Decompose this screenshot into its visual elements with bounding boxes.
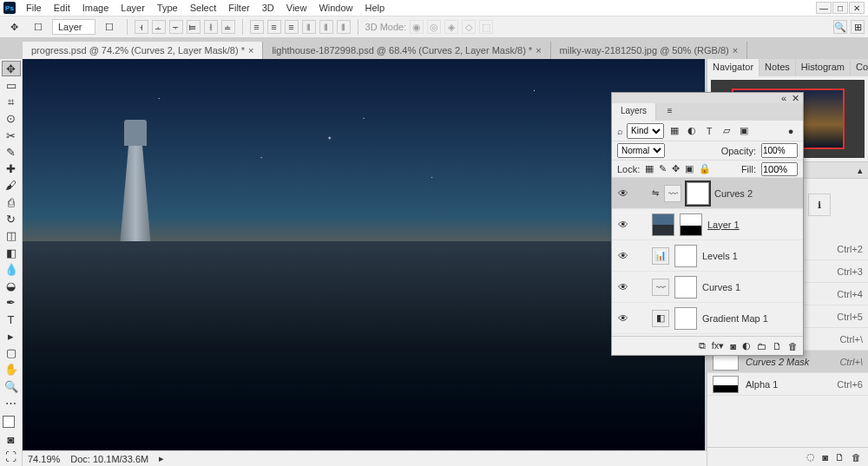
layer-row-layer1[interactable]: 👁 Layer 1: [612, 209, 803, 240]
layers-panel[interactable]: « ✕ Layers ≡ ⌕ Kind ▦ ◐ T ▱ ▣ ● Normal O…: [611, 92, 804, 356]
doc-info-arrow-icon[interactable]: ▸: [159, 453, 164, 464]
layer-name[interactable]: Layer 1: [707, 220, 740, 230]
menu-file[interactable]: File: [21, 1, 47, 15]
hand-tool[interactable]: ✋: [2, 362, 21, 377]
zoom-level[interactable]: 74.19%: [28, 454, 60, 464]
gradient-tool[interactable]: ◧: [2, 245, 21, 260]
mask-thumb[interactable]: [674, 307, 697, 330]
fx-icon[interactable]: fx▾: [712, 340, 725, 351]
filter-smart-icon[interactable]: ▣: [737, 124, 751, 138]
distribute-vcenter-icon[interactable]: ≡: [267, 20, 281, 34]
mask-thumb[interactable]: [674, 276, 697, 299]
trash-icon[interactable]: 🗑: [852, 452, 861, 463]
3d-icon-3[interactable]: ◈: [444, 20, 458, 34]
path-select-tool[interactable]: ▸: [2, 328, 21, 344]
align-vcenter-icon[interactable]: ⫲: [204, 20, 218, 34]
marquee-tool[interactable]: ▭: [2, 77, 21, 93]
tab-milkyway[interactable]: milky-way-2181250.jpg @ 50% (RGB/8)×: [551, 42, 748, 59]
eyedropper-tool[interactable]: ✎: [2, 144, 21, 160]
load-selection-icon[interactable]: ◌: [806, 451, 815, 463]
fg-color[interactable]: [3, 416, 15, 428]
blend-mode-dropdown[interactable]: Normal: [617, 143, 665, 158]
align-hcenter-icon[interactable]: ⫠: [152, 20, 166, 34]
lock-brush-icon[interactable]: ✎: [659, 163, 667, 174]
minimize-button[interactable]: —: [816, 2, 832, 14]
menu-window[interactable]: Window: [313, 1, 358, 15]
close-icon[interactable]: ×: [248, 45, 253, 56]
crop-tool[interactable]: ✂: [2, 128, 21, 143]
tab-histogram[interactable]: Histogram: [796, 59, 851, 76]
tab-color[interactable]: Color: [851, 59, 868, 76]
info-icon[interactable]: ℹ: [808, 194, 831, 216]
menu-edit[interactable]: Edit: [49, 1, 76, 15]
visibility-icon[interactable]: 👁: [617, 250, 629, 262]
channel-row[interactable]: Alpha 1Ctrl+6: [707, 373, 868, 396]
tab-lighthouse[interactable]: lighthouse-1872998.psd @ 68.4% (Curves 2…: [263, 42, 550, 59]
healing-tool[interactable]: ✚: [2, 161, 21, 177]
color-swatch[interactable]: [3, 416, 20, 431]
edit-toolbar[interactable]: ⋯: [2, 395, 21, 410]
adjustment-icon[interactable]: ◐: [742, 340, 751, 351]
visibility-icon[interactable]: 👁: [617, 281, 629, 293]
distribute-top-icon[interactable]: ≡: [250, 20, 264, 34]
pen-tool[interactable]: ✒: [2, 295, 21, 311]
lasso-tool[interactable]: ⌗: [2, 95, 21, 110]
quickmask-tool[interactable]: ◙: [2, 432, 21, 448]
mask-thumb[interactable]: [674, 245, 697, 267]
tab-navigator[interactable]: Navigator: [707, 59, 760, 76]
transform-controls-checkbox[interactable]: ☐: [99, 17, 120, 36]
mask-icon[interactable]: ◙: [730, 341, 736, 351]
menu-layer[interactable]: Layer: [115, 1, 150, 15]
workspace-icon[interactable]: ⊞: [851, 20, 865, 34]
filter-kind-dropdown[interactable]: Kind: [627, 123, 664, 139]
link-icon[interactable]: ⇋: [652, 188, 659, 198]
opacity-input[interactable]: [761, 143, 798, 158]
lock-position-icon[interactable]: ✥: [672, 163, 680, 174]
distribute-bottom-icon[interactable]: ≡: [285, 20, 299, 34]
3d-icon-5[interactable]: ⬚: [479, 20, 493, 34]
align-top-icon[interactable]: ⫢: [187, 20, 201, 34]
mask-thumb[interactable]: [687, 182, 709, 205]
menu-3d[interactable]: 3D: [257, 1, 279, 15]
zoom-tool[interactable]: 🔍: [2, 378, 21, 394]
lock-all-icon[interactable]: 🔒: [699, 163, 711, 174]
distribute-right-icon[interactable]: ⦀: [337, 20, 351, 34]
lock-artboard-icon[interactable]: ▣: [685, 163, 694, 174]
move-tool[interactable]: ✥: [2, 61, 21, 76]
target-dropdown[interactable]: Layer: [52, 19, 95, 35]
3d-icon-4[interactable]: ◇: [462, 20, 476, 34]
layer-thumb[interactable]: [652, 213, 674, 236]
filter-pixel-icon[interactable]: ▦: [667, 124, 681, 138]
filter-adjust-icon[interactable]: ◐: [685, 124, 699, 138]
layer-row-curves2[interactable]: 👁 ⇋ 〰 Curves 2: [612, 178, 803, 209]
eraser-tool[interactable]: ◫: [2, 228, 21, 244]
close-icon[interactable]: ×: [733, 45, 738, 56]
history-brush-tool[interactable]: ↻: [2, 211, 21, 226]
lock-pixels-icon[interactable]: ▦: [645, 163, 654, 174]
type-tool[interactable]: T: [2, 312, 21, 327]
collapse-icon[interactable]: «: [781, 93, 786, 103]
visibility-icon[interactable]: 👁: [617, 312, 629, 325]
layer-row-curves1[interactable]: 👁 〰 Curves 1: [612, 272, 803, 303]
filter-shape-icon[interactable]: ▱: [720, 124, 733, 138]
search-icon[interactable]: 🔍: [833, 20, 847, 34]
close-icon[interactable]: ×: [536, 45, 541, 56]
menu-image[interactable]: Image: [77, 1, 115, 15]
distribute-left-icon[interactable]: ⦀: [302, 20, 316, 34]
doc-info[interactable]: Doc: 10.1M/33.6M: [70, 454, 148, 464]
close-button[interactable]: ✕: [849, 2, 865, 14]
blur-tool[interactable]: 💧: [2, 261, 21, 277]
layer-row-levels1[interactable]: 👁 📊 Levels 1: [612, 240, 803, 272]
tab-notes[interactable]: Notes: [760, 59, 796, 76]
layer-name[interactable]: Curves 2: [714, 188, 753, 199]
canvas-area[interactable]: 74.19% Doc: 10.1M/33.6M ▸: [23, 59, 707, 466]
save-mask-icon[interactable]: ◙: [822, 452, 828, 463]
distribute-hcenter-icon[interactable]: ⦀: [319, 20, 333, 34]
align-left-icon[interactable]: ⫞: [135, 20, 148, 34]
tab-layers[interactable]: Layers: [612, 103, 656, 121]
stamp-tool[interactable]: ⎙: [2, 194, 21, 210]
fill-input[interactable]: [761, 162, 798, 176]
new-layer-icon[interactable]: 🗋: [773, 341, 782, 351]
3d-icon-1[interactable]: ◉: [410, 20, 424, 34]
tab-progress[interactable]: progress.psd @ 74.2% (Curves 2, Layer Ma…: [23, 42, 263, 59]
